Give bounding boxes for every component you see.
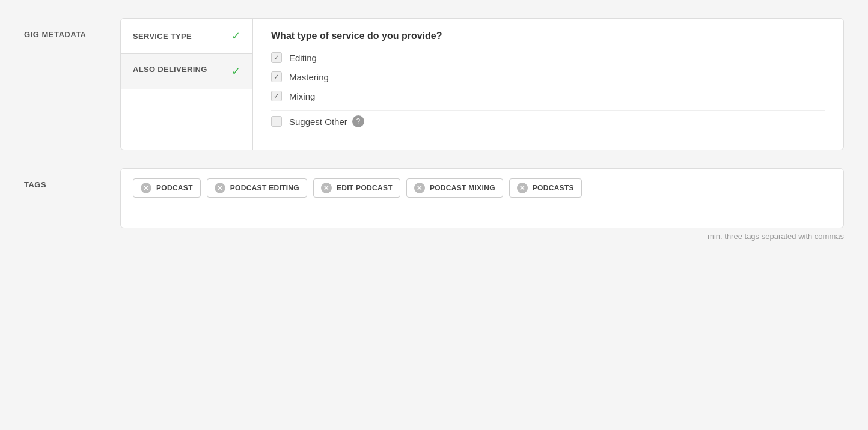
checkbox-mastering-row[interactable]: Mastering [271, 71, 825, 82]
tag-podcast[interactable]: ✕ PODCAST [133, 178, 201, 198]
service-type-row[interactable]: SERVICE TYPE ✓ [121, 19, 252, 54]
tags-box[interactable]: ✕ PODCAST ✕ PODCAST EDITING ✕ EDIT PODCA… [120, 168, 844, 228]
tags-section: TAGS ✕ PODCAST ✕ PODCAST EDITING ✕ EDIT … [24, 168, 844, 241]
tag-edit-podcast[interactable]: ✕ EDIT PODCAST [313, 178, 400, 198]
checkbox-editing[interactable] [271, 52, 282, 63]
service-type-label: SERVICE TYPE [133, 32, 192, 41]
checkbox-suggest-other[interactable] [271, 116, 282, 127]
tags-row: ✕ PODCAST ✕ PODCAST EDITING ✕ EDIT PODCA… [133, 178, 831, 198]
remove-podcast-button[interactable]: ✕ [141, 183, 151, 193]
tag-podcast-mixing-label: PODCAST MIXING [430, 184, 495, 192]
service-type-check: ✓ [231, 29, 240, 43]
service-question: What type of service do you provide? [271, 31, 825, 41]
tags-area: ✕ PODCAST ✕ PODCAST EDITING ✕ EDIT PODCA… [120, 168, 844, 241]
suggest-other-help-icon[interactable]: ? [352, 115, 364, 127]
tag-podcast-mixing[interactable]: ✕ PODCAST MIXING [406, 178, 503, 198]
suggest-other-label: Suggest Other [289, 117, 347, 127]
tag-podcast-label: PODCAST [156, 184, 193, 192]
also-delivering-row[interactable]: ALSO DELIVERING ✓ [121, 54, 252, 89]
checkbox-suggest-other-row[interactable]: Suggest Other ? [271, 110, 825, 127]
checkbox-mixing-row[interactable]: Mixing [271, 91, 825, 101]
tag-podcasts-label: PODCASTS [533, 184, 574, 192]
editing-label: Editing [289, 53, 317, 63]
remove-podcast-mixing-button[interactable]: ✕ [414, 183, 425, 193]
tag-edit-podcast-label: EDIT PODCAST [337, 184, 393, 192]
also-delivering-label: ALSO DELIVERING [133, 65, 207, 74]
tag-podcasts[interactable]: ✕ PODCASTS [509, 178, 582, 198]
gig-metadata-section: GIG METADATA SERVICE TYPE ✓ ALSO DELIVER… [24, 18, 844, 150]
metadata-right-panel: What type of service do you provide? Edi… [253, 19, 843, 150]
tag-podcast-editing-label: PODCAST EDITING [230, 184, 299, 192]
tag-podcast-editing[interactable]: ✕ PODCAST EDITING [207, 178, 307, 198]
checkbox-mixing[interactable] [271, 91, 282, 101]
metadata-left-panel: SERVICE TYPE ✓ ALSO DELIVERING ✓ [121, 19, 253, 150]
also-delivering-check: ✓ [231, 65, 240, 78]
remove-podcast-editing-button[interactable]: ✕ [215, 183, 225, 193]
checkbox-editing-row[interactable]: Editing [271, 52, 825, 63]
tags-hint: min. three tags separated with commas [120, 232, 844, 241]
metadata-box: SERVICE TYPE ✓ ALSO DELIVERING ✓ What ty… [120, 18, 844, 150]
tags-label: TAGS [24, 168, 120, 189]
checkbox-mastering[interactable] [271, 71, 282, 82]
mastering-label: Mastering [289, 72, 329, 82]
remove-podcasts-button[interactable]: ✕ [517, 183, 528, 193]
remove-edit-podcast-button[interactable]: ✕ [321, 183, 332, 193]
mixing-label: Mixing [289, 91, 315, 101]
gig-metadata-label: GIG METADATA [24, 18, 120, 39]
